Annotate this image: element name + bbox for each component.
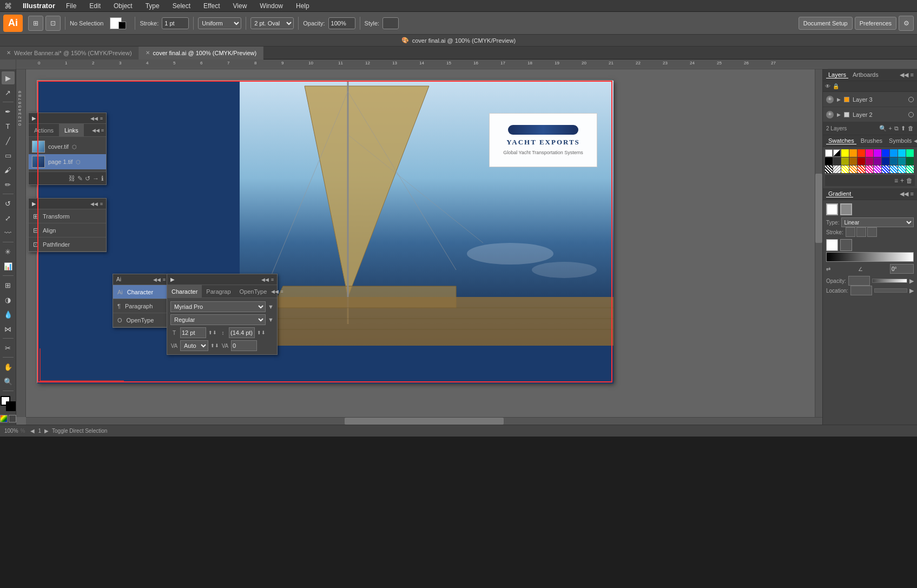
color-mode-btn[interactable] xyxy=(0,415,8,422)
swatch-white[interactable] xyxy=(825,149,833,157)
link-chain-icon[interactable]: ⛓ xyxy=(69,175,75,182)
font-family-dropdown[interactable]: ▼ xyxy=(268,303,274,310)
swatch-purple[interactable] xyxy=(874,149,881,157)
tracking-input[interactable] xyxy=(231,340,257,351)
tab-cover[interactable]: ✕ cover final.ai @ 100% (CMYK/Preview) xyxy=(139,47,264,60)
tool-pencil[interactable]: ✏ xyxy=(2,178,15,191)
swatch-green[interactable] xyxy=(906,157,914,165)
menu-edit[interactable]: Edit xyxy=(87,1,103,11)
stroke-type-select[interactable]: Uniform xyxy=(198,17,241,29)
swatches-delete-btn[interactable]: 🗑 xyxy=(906,177,913,184)
gradient-menu-icon[interactable]: ≡ xyxy=(911,190,914,197)
artboards-tab[interactable]: Artboards xyxy=(850,71,881,78)
layers-collapse-icon[interactable]: ◀◀ xyxy=(900,71,908,78)
swatch-violet[interactable] xyxy=(874,157,881,165)
swatch-pattern2[interactable] xyxy=(833,166,841,173)
link-info-icon[interactable]: ℹ xyxy=(101,175,104,182)
gradient-type-select[interactable]: Linear xyxy=(841,217,914,227)
layers-tab[interactable]: Layers xyxy=(826,71,848,78)
char-collapse[interactable]: ◀◀ xyxy=(261,277,269,282)
gradient-tab[interactable]: Gradient xyxy=(826,190,853,197)
brush-size-select[interactable]: 2 pt. Oval xyxy=(250,17,294,29)
swatches-add-btn[interactable]: + xyxy=(900,177,904,184)
opacity-input[interactable] xyxy=(328,17,355,29)
menu-help[interactable]: Help xyxy=(294,1,312,11)
swatch-darkcyan[interactable] xyxy=(898,157,906,165)
tool-graph[interactable]: 📊 xyxy=(2,260,15,273)
panel-transforms-header[interactable]: ▶ ◀◀ ≡ xyxy=(29,199,106,209)
toolbar-icon1[interactable]: ⊞ xyxy=(28,16,43,31)
layer-2-item[interactable]: 👁 ▶ Layer 2 xyxy=(823,107,917,122)
font-family-select[interactable]: Myriad Pro xyxy=(170,301,266,312)
location-slider-arrow[interactable]: ▶ xyxy=(909,287,914,294)
layers-search-icon[interactable]: 🔍 xyxy=(879,125,887,132)
swatch-yellow[interactable] xyxy=(841,149,849,157)
apple-menu[interactable]: ⌘ xyxy=(4,2,12,10)
panel-header-actions[interactable]: ▶ ◀◀ ≡ xyxy=(29,113,106,124)
tab-wexler-close[interactable]: ✕ xyxy=(6,50,11,56)
swatch-lightblue[interactable] xyxy=(890,149,898,157)
swatch-pink[interactable] xyxy=(866,149,873,157)
swatch-darkred[interactable] xyxy=(857,157,865,165)
layers-delete-icon[interactable]: 🗑 xyxy=(908,125,914,132)
swatches-collapse-icon[interactable]: ◀◀ xyxy=(914,137,917,144)
tool-eyedropper[interactable]: 💧 xyxy=(2,308,15,321)
stroke-btn3[interactable] xyxy=(867,227,877,237)
swatch-navy[interactable] xyxy=(882,157,889,165)
panel-menu[interactable]: ≡ xyxy=(100,116,103,121)
nav-next[interactable]: ▶ xyxy=(44,428,49,434)
swatch-pattern9[interactable] xyxy=(890,166,898,173)
char-nav-left[interactable]: ◀◀ xyxy=(271,289,279,294)
menu-window[interactable]: Window xyxy=(258,1,285,11)
gradient-reverse-icon[interactable]: ⇄ xyxy=(826,266,830,272)
scrollbar-vertical[interactable] xyxy=(815,69,822,417)
tool-pen[interactable]: ✒ xyxy=(2,105,15,118)
link-refresh-icon[interactable]: ↺ xyxy=(85,175,90,182)
tool-brush[interactable]: 🖌 xyxy=(2,163,15,176)
gradient-stop-white[interactable] xyxy=(826,203,838,215)
ai-char-menu[interactable]: ≡ xyxy=(163,277,166,282)
layers-move-up-icon[interactable]: ⬆ xyxy=(901,125,906,132)
tab-wexler[interactable]: ✕ Wexler Banner.ai* @ 150% (CMYK/Preview… xyxy=(0,47,139,60)
layers-menu-icon[interactable]: ≡ xyxy=(911,71,914,78)
tool-blend[interactable]: ⋈ xyxy=(2,322,15,335)
swatch-pattern4[interactable] xyxy=(849,166,857,173)
link-item-cover[interactable]: cover.tif ⬡ xyxy=(29,139,106,154)
layer-3-expand[interactable]: ▶ xyxy=(837,97,841,102)
app-name[interactable]: Illustrator xyxy=(23,2,55,10)
tool-line[interactable]: ╱ xyxy=(2,134,15,147)
swatch-mint[interactable] xyxy=(906,149,914,157)
tool-zoom[interactable]: 🔍 xyxy=(2,375,15,388)
ai-char-collapse[interactable]: ◀◀ xyxy=(153,277,161,282)
stroke-box[interactable] xyxy=(6,401,16,411)
brushes-tab[interactable]: Brushes xyxy=(859,137,885,144)
swatch-brown[interactable] xyxy=(849,157,857,165)
swatch-pattern6[interactable] xyxy=(866,166,873,173)
toolbar-icon2[interactable]: ⊡ xyxy=(45,16,61,31)
char-nav-menu[interactable]: ≡ xyxy=(280,289,283,294)
layers-duplicate-icon[interactable]: ⧉ xyxy=(894,125,899,132)
swatch-blue[interactable] xyxy=(882,149,889,157)
tool-warp[interactable]: 〰 xyxy=(2,226,15,239)
swatch-maroon[interactable] xyxy=(866,157,873,165)
kerning-select[interactable]: Auto xyxy=(180,340,208,351)
char-tab-paragraph[interactable]: Paragrap xyxy=(202,285,235,298)
panel-ai-char-header[interactable]: Ai ◀◀ ≡ xyxy=(113,274,169,285)
char-menu[interactable]: ≡ xyxy=(271,277,274,282)
swatch-pattern5[interactable] xyxy=(857,166,865,173)
font-size-input[interactable] xyxy=(180,327,206,338)
gradient-angle-input[interactable] xyxy=(890,264,914,274)
style-input[interactable] xyxy=(382,17,399,29)
link-goto-icon[interactable]: → xyxy=(93,175,99,182)
gradient-stop-gray[interactable] xyxy=(840,203,852,215)
swatch-pattern8[interactable] xyxy=(882,166,889,173)
tool-scale[interactable]: ⤢ xyxy=(2,212,15,224)
swatch-none[interactable] xyxy=(833,149,841,157)
swatches-menu-btn[interactable]: ≡ xyxy=(894,177,898,184)
char-tab-opentype[interactable]: OpenType xyxy=(235,285,272,298)
gradient-opacity-input[interactable] xyxy=(848,276,870,286)
scroll-thumb-v[interactable] xyxy=(815,174,822,243)
swatch-darkgray[interactable] xyxy=(833,157,841,165)
tool-symbol-spray[interactable]: ✳ xyxy=(2,245,15,258)
gradient-collapse-icon[interactable]: ◀◀ xyxy=(900,190,908,197)
